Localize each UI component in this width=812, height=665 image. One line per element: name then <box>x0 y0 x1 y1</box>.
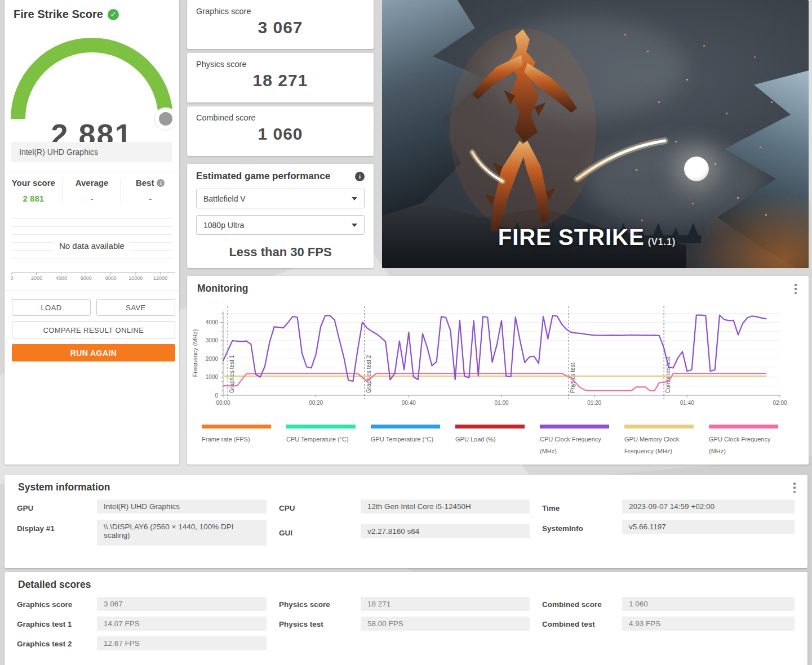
graphics-test1-label: Graphics test 1 <box>17 620 72 628</box>
svg-text:00:20: 00:20 <box>309 400 323 406</box>
cpu-label: CPU <box>279 504 295 512</box>
distribution-tick: 0 <box>10 273 13 281</box>
system-information-title: System information <box>18 481 110 493</box>
legend-label: Frame rate (FPS) <box>202 434 286 445</box>
system-information-panel: System information GPU Intel(R) UHD Grap… <box>5 475 807 568</box>
monitoring-chart: 01000200030004000Frequency (MHz)00:0000:… <box>189 305 789 418</box>
physics-score-value: 18 271 <box>196 71 365 90</box>
game-select[interactable]: Battlefield V <box>196 189 365 208</box>
graphics-score-row-label: Graphics score <box>17 600 72 609</box>
load-button[interactable]: LOAD <box>12 299 91 316</box>
distribution-tick: 8000 <box>105 273 117 281</box>
graphics-test2-value: 12.67 FPS <box>97 636 267 650</box>
best-info-icon[interactable]: i <box>157 179 165 187</box>
resolution-preset-value: 1080p Ultra <box>203 221 244 230</box>
average-label: Average <box>76 178 109 188</box>
svg-text:Graphics test 2: Graphics test 2 <box>366 355 372 393</box>
legend-label: GPU Clock Frequency (MHz) <box>709 434 793 457</box>
gui-value: v2.27.8160 s64 <box>361 524 530 538</box>
display-label: Display #1 <box>17 524 55 533</box>
physics-score-label: Physics score <box>196 60 365 69</box>
svg-text:00:00: 00:00 <box>216 400 230 406</box>
time-label: Time <box>542 504 560 512</box>
detailed-scores-panel: Detailed scores Graphics score 3 067 Gra… <box>5 572 807 665</box>
save-button[interactable]: SAVE <box>96 299 175 316</box>
score-distribution-chart: No data available <box>12 218 172 262</box>
distribution-tick: 10000 <box>128 273 143 281</box>
physics-score-row-label: Physics score <box>279 600 330 609</box>
distribution-tick: 12000 <box>153 273 167 281</box>
fps-estimate: Less than 30 FPS <box>196 245 365 260</box>
cpu-value: 12th Gen Intel Core i5-12450H <box>361 499 530 514</box>
average-score-column: Average - <box>63 178 122 203</box>
graphics-score-value: 3 067 <box>196 18 365 37</box>
best-value: - <box>121 194 179 203</box>
svg-text:Graphics test 1: Graphics test 1 <box>229 355 235 393</box>
kebab-menu-icon[interactable] <box>792 283 800 295</box>
combined-test-value: 4.93 FPS <box>622 617 795 631</box>
divider <box>5 172 179 172</box>
distribution-tick: 4000 <box>56 273 67 281</box>
graphics-score-card: Graphics score 3 067 <box>187 0 374 49</box>
average-value: - <box>63 194 121 203</box>
systeminfo-value: v5.66.1197 <box>622 520 795 534</box>
graphics-test1-value: 14.07 FPS <box>97 617 267 631</box>
run-again-button[interactable]: RUN AGAIN <box>12 344 175 361</box>
svg-text:1000: 1000 <box>206 374 219 380</box>
svg-text:Combined test: Combined test <box>665 356 671 393</box>
svg-text:00:40: 00:40 <box>402 400 416 406</box>
monitoring-title: Monitoring <box>197 283 248 294</box>
physics-score-card: Physics score 18 271 <box>187 53 374 102</box>
score-comparison: Your score 2 881 Average - Best i - <box>5 178 179 203</box>
display-value: \\.\DISPLAY6 (2560 × 1440, 100% DPI scal… <box>97 520 267 546</box>
best-label: Best <box>136 178 154 188</box>
svg-text:3000: 3000 <box>206 337 219 343</box>
svg-text:02:00: 02:00 <box>773 400 787 406</box>
legend-item: CPU Temperature (°C) <box>286 425 371 457</box>
combined-score-label: Combined score <box>196 113 365 122</box>
legend-swatch <box>709 425 778 429</box>
page-title: Fire Strike Score <box>14 8 103 21</box>
resolution-preset-select[interactable]: 1080p Ultra <box>196 215 365 235</box>
gui-label: GUI <box>279 529 292 537</box>
svg-text:01:00: 01:00 <box>494 400 508 406</box>
legend-label: GPU Memory Clock Frequency (MHz) <box>624 434 709 457</box>
kebab-menu-icon[interactable] <box>791 481 798 494</box>
gpu-name-box: Intel(R) UHD Graphics <box>11 142 172 162</box>
verified-check-icon: ✓ <box>108 9 119 20</box>
divider <box>5 291 179 291</box>
legend-item: GPU Clock Frequency (MHz) <box>709 425 793 457</box>
fire-strike-hero-image: FIRE STRIKE(V1.1) <box>382 0 809 268</box>
hero-title: FIRE STRIKE <box>498 225 645 249</box>
compare-result-online-button[interactable]: COMPARE RESULT ONLINE <box>12 322 175 338</box>
legend-label: CPU Clock Frequency (MHz) <box>540 434 624 457</box>
your-score-column: Your score 2 881 <box>5 178 63 203</box>
best-score-column: Best i - <box>121 178 179 203</box>
distribution-tick: 2000 <box>31 273 42 281</box>
legend-swatch <box>455 425 525 429</box>
performance-info-icon[interactable]: i <box>355 172 365 181</box>
graphics-score-row-value: 3 067 <box>97 597 267 611</box>
combined-score-row-value: 1 060 <box>622 597 795 611</box>
legend-item: GPU Temperature (°C) <box>371 425 455 457</box>
systeminfo-label: SystemInfo <box>542 524 583 533</box>
your-score-value: 2 881 <box>5 194 63 203</box>
physics-score-row-value: 18 271 <box>361 597 530 611</box>
your-score-label: Your score <box>12 178 55 188</box>
game-select-value: Battlefield V <box>203 194 246 203</box>
physics-test-label: Physics test <box>279 620 323 628</box>
legend-label: CPU Temperature (°C) <box>286 434 371 445</box>
hero-version: (V1.1) <box>648 237 676 247</box>
chevron-down-icon <box>352 224 357 227</box>
svg-text:Frequency (MHz): Frequency (MHz) <box>192 329 198 377</box>
legend-item: GPU Load (%) <box>455 425 540 457</box>
legend-label: GPU Temperature (°C) <box>371 434 455 445</box>
chevron-down-icon <box>352 197 357 200</box>
score-gauge: 2 881 <box>10 33 174 137</box>
combined-test-label: Combined test <box>542 620 595 628</box>
detailed-scores-title: Detailed scores <box>18 579 91 591</box>
legend-swatch <box>371 425 440 429</box>
legend-swatch <box>540 425 609 429</box>
svg-text:01:40: 01:40 <box>680 400 694 406</box>
distribution-tick: 6000 <box>81 273 92 281</box>
